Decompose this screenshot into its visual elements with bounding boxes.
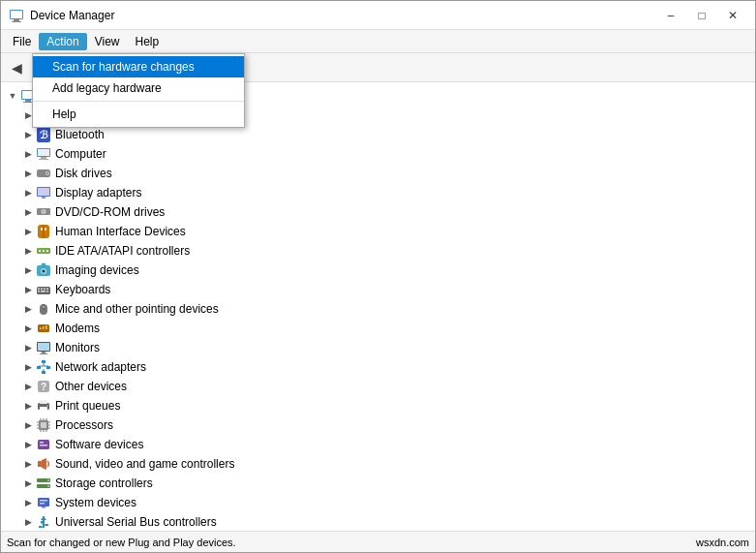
svg-point-45 xyxy=(43,306,45,308)
menu-file[interactable]: File xyxy=(5,33,39,50)
tree-expand-system[interactable]: ▶ xyxy=(20,495,36,510)
tree-expand-usb[interactable]: ▶ xyxy=(20,514,36,530)
tree-expand-ide[interactable]: ▶ xyxy=(20,243,36,259)
svg-rect-84 xyxy=(40,445,47,446)
tree-expand-print[interactable]: ▶ xyxy=(20,398,36,414)
mice-label: Mice and other pointing devices xyxy=(55,302,219,316)
svg-rect-47 xyxy=(40,327,42,329)
imaging-label: Imaging devices xyxy=(55,263,139,277)
tree-item-dvd[interactable]: ▶ DVD/CD-ROM drives xyxy=(1,202,755,222)
tree-expand-storage[interactable]: ▶ xyxy=(20,476,36,491)
svg-rect-52 xyxy=(42,352,45,353)
minimize-button[interactable]: – xyxy=(656,6,685,25)
software-devices-icon xyxy=(36,437,51,452)
tree-expand-computer[interactable]: ▶ xyxy=(20,146,36,162)
software-label: Software devices xyxy=(55,438,143,451)
menu-add-legacy[interactable]: Add legacy hardware xyxy=(33,77,244,99)
ide-label: IDE ATA/ATAPI controllers xyxy=(55,244,190,258)
back-button[interactable]: ◀ xyxy=(5,56,28,79)
dvd-label: DVD/CD-ROM drives xyxy=(55,205,165,219)
svg-rect-91 xyxy=(40,500,47,502)
tree-expand-network[interactable]: ▶ xyxy=(20,359,36,375)
menu-scan-hardware[interactable]: Scan for hardware changes xyxy=(33,56,244,77)
tree-expand-sound[interactable]: ▶ xyxy=(20,456,36,472)
tree-expand-software[interactable]: ▶ xyxy=(20,437,36,452)
tree-item-hid[interactable]: ▶ Human Interface Devices xyxy=(1,222,755,241)
computer-label: Computer xyxy=(55,147,106,161)
tree-expand-imaging[interactable]: ▶ xyxy=(20,262,36,278)
tree-item-computer[interactable]: ▶ Computer xyxy=(1,144,755,164)
svg-point-16 xyxy=(46,172,48,174)
disk-drives-label: Disk drives xyxy=(55,167,112,180)
svg-rect-26 xyxy=(45,228,46,230)
tree-item-sound[interactable]: ▶ Sound, video and game controllers xyxy=(1,454,755,474)
imaging-icon xyxy=(36,262,51,278)
usb-label: Universal Serial Bus controllers xyxy=(55,515,217,529)
storage-controllers-icon xyxy=(36,476,51,491)
svg-rect-39 xyxy=(46,289,48,291)
svg-rect-66 xyxy=(40,407,47,411)
tree-item-disk-drives[interactable]: ▶ Disk drives xyxy=(1,164,755,183)
tree-expand-hid[interactable]: ▶ xyxy=(20,224,36,239)
tree-item-mice[interactable]: ▶ Mice and other pointing devices xyxy=(1,299,755,319)
status-bar: Scan for changed or new Plug and Play de… xyxy=(1,531,755,552)
menu-help-action[interactable]: Help xyxy=(33,104,244,125)
svg-rect-90 xyxy=(38,498,49,507)
hid-icon xyxy=(36,224,51,239)
tree-expand-other[interactable]: ▶ xyxy=(20,379,36,394)
sound-icon xyxy=(36,456,51,472)
menu-help[interactable]: Help xyxy=(128,33,167,50)
tree-item-modems[interactable]: ▶ Modems xyxy=(1,319,755,338)
disk-drives-icon xyxy=(36,166,51,181)
tree-item-system[interactable]: ▶ System devices xyxy=(1,493,755,512)
svg-rect-85 xyxy=(38,461,42,467)
system-label: System devices xyxy=(55,496,136,509)
tree-item-ide[interactable]: ▶ IDE ATA/ATAPI controllers xyxy=(1,241,755,261)
tree-item-monitors[interactable]: ▶ Monitors xyxy=(1,338,755,357)
tree-item-display-adapters[interactable]: ▶ Display adapters xyxy=(1,183,755,202)
tree-item-network[interactable]: ▶ Network adapters xyxy=(1,357,755,377)
tree-expand-keyboards[interactable]: ▶ xyxy=(20,282,36,297)
keyboards-label: Keyboards xyxy=(55,283,110,296)
processors-label: Processors xyxy=(55,418,113,432)
maximize-button[interactable]: □ xyxy=(687,6,716,25)
tree-item-keyboards[interactable]: ▶ Keyboards xyxy=(1,280,755,299)
monitors-icon xyxy=(36,340,51,355)
tree-item-imaging[interactable]: ▶ Imaging devices xyxy=(1,261,755,280)
tree-expand-mice[interactable]: ▶ xyxy=(20,301,36,317)
tree-expand-display[interactable]: ▶ xyxy=(20,185,36,200)
tree-item-storage[interactable]: ▶ Storage controllers xyxy=(1,474,755,493)
network-label: Network adapters xyxy=(55,360,146,374)
menu-action[interactable]: Action xyxy=(39,33,86,50)
content-area: ▼ DESKTOP-PC ▶ Batteries xyxy=(1,82,755,531)
device-tree[interactable]: ▼ DESKTOP-PC ▶ Batteries xyxy=(1,82,755,531)
tree-item-software[interactable]: ▶ Software devices xyxy=(1,435,755,454)
menu-view[interactable]: View xyxy=(87,33,128,50)
tree-item-bluetooth[interactable]: ▶ ℬ Bluetooth xyxy=(1,125,755,144)
svg-rect-30 xyxy=(46,250,48,252)
tree-expand-modems[interactable]: ▶ xyxy=(20,321,36,336)
computer-icon xyxy=(36,146,51,162)
action-dropdown-menu: Scan for hardware changes Add legacy har… xyxy=(32,53,245,128)
tree-item-usb[interactable]: ▶ Universal Serial Bus controllers xyxy=(1,512,755,531)
tree-expand-root[interactable]: ▼ xyxy=(5,88,20,104)
tree-expand-disk[interactable]: ▶ xyxy=(20,166,36,181)
tree-expand-bluetooth[interactable]: ▶ xyxy=(20,127,36,142)
tree-expand-monitors[interactable]: ▶ xyxy=(20,340,36,355)
svg-rect-13 xyxy=(38,149,49,156)
svg-rect-29 xyxy=(43,250,45,252)
svg-point-34 xyxy=(43,270,45,273)
title-controls: – □ ✕ xyxy=(656,6,747,25)
tree-item-print[interactable]: ▶ Print queues xyxy=(1,396,755,415)
tree-item-other[interactable]: ▶ ? Other devices xyxy=(1,377,755,396)
svg-rect-19 xyxy=(42,197,45,199)
svg-rect-11 xyxy=(41,157,46,159)
svg-rect-37 xyxy=(41,289,43,291)
svg-rect-12 xyxy=(39,159,48,160)
tree-expand-processors[interactable]: ▶ xyxy=(20,417,36,433)
title-bar: Device Manager – □ ✕ xyxy=(1,1,755,30)
close-button[interactable]: ✕ xyxy=(718,6,747,25)
mice-icon xyxy=(36,301,51,317)
tree-expand-dvd[interactable]: ▶ xyxy=(20,204,36,220)
tree-item-processors[interactable]: ▶ xyxy=(1,415,755,435)
